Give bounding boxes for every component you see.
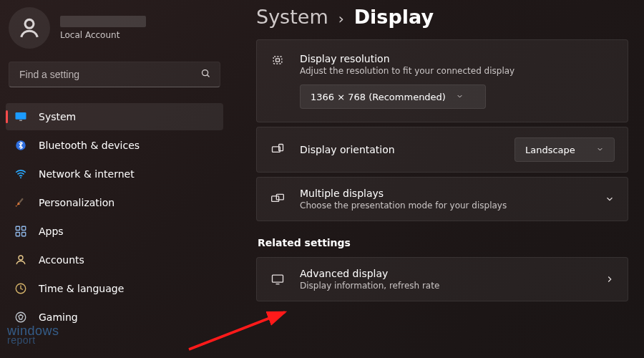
bluetooth-icon bbox=[14, 139, 27, 152]
breadcrumb: System › Display bbox=[256, 6, 628, 28]
sidebar-item-label: Network & internet bbox=[39, 168, 135, 180]
svg-rect-10 bbox=[16, 233, 19, 236]
dropdown-value: 1366 × 768 (Recommended) bbox=[311, 92, 446, 102]
card-subtitle: Choose the presentation mode for your di… bbox=[300, 200, 590, 211]
card-display-orientation: Display orientation Landscape bbox=[256, 127, 628, 173]
svg-line-2 bbox=[208, 75, 210, 77]
resolution-icon bbox=[270, 53, 286, 67]
search-input[interactable] bbox=[18, 68, 195, 81]
svg-point-1 bbox=[203, 70, 208, 76]
gaming-icon bbox=[14, 311, 27, 324]
main-content: System › Display Display resolution Adju… bbox=[229, 0, 644, 358]
orientation-icon bbox=[270, 142, 286, 157]
card-title: Advanced display bbox=[300, 268, 590, 279]
sidebar-item-label: Personalization bbox=[39, 197, 114, 208]
system-icon bbox=[14, 110, 27, 123]
resolution-dropdown[interactable]: 1366 × 768 (Recommended) bbox=[300, 84, 486, 109]
svg-rect-15 bbox=[273, 57, 282, 64]
sidebar-item-label: Accounts bbox=[39, 254, 84, 266]
personalization-icon bbox=[14, 196, 27, 209]
svg-point-6 bbox=[20, 177, 21, 178]
svg-rect-11 bbox=[22, 233, 26, 236]
sidebar-item-system[interactable]: System bbox=[6, 103, 223, 130]
chevron-right-icon bbox=[605, 274, 615, 284]
breadcrumb-parent[interactable]: System bbox=[256, 6, 328, 28]
svg-rect-7 bbox=[19, 198, 24, 203]
wifi-icon bbox=[14, 168, 27, 180]
svg-point-14 bbox=[16, 312, 26, 322]
multiple-displays-icon bbox=[270, 192, 286, 206]
watermark: windows report bbox=[7, 326, 59, 345]
profile-subtitle: Local Account bbox=[60, 30, 146, 40]
breadcrumb-current: Display bbox=[354, 6, 434, 28]
card-multiple-displays[interactable]: Multiple displays Choose the presentatio… bbox=[256, 177, 628, 221]
sidebar-nav: System Bluetooth & devices Network & int… bbox=[6, 103, 223, 331]
card-display-resolution: Display resolution Adjust the resolution… bbox=[256, 39, 628, 122]
svg-rect-16 bbox=[276, 59, 280, 62]
watermark-line2: report bbox=[7, 337, 59, 345]
sidebar-item-label: Apps bbox=[39, 226, 64, 237]
sidebar-item-personalization[interactable]: Personalization bbox=[6, 189, 223, 216]
svg-rect-8 bbox=[16, 226, 19, 230]
card-title: Multiple displays bbox=[300, 188, 590, 199]
sidebar-item-label: System bbox=[39, 111, 76, 122]
section-header-related: Related settings bbox=[258, 237, 628, 248]
sidebar-item-label: Bluetooth & devices bbox=[39, 140, 140, 151]
advanced-display-icon bbox=[270, 272, 286, 286]
svg-rect-20 bbox=[276, 194, 283, 200]
search-box[interactable] bbox=[9, 62, 220, 87]
sidebar-item-bluetooth[interactable]: Bluetooth & devices bbox=[6, 132, 223, 159]
accounts-icon bbox=[14, 253, 27, 266]
svg-rect-18 bbox=[279, 145, 283, 151]
chevron-down-icon bbox=[456, 92, 464, 102]
avatar bbox=[9, 7, 50, 49]
svg-rect-19 bbox=[272, 196, 279, 202]
chevron-down-icon bbox=[596, 145, 604, 155]
chevron-down-icon bbox=[605, 194, 615, 204]
svg-rect-9 bbox=[22, 226, 26, 230]
card-title: Display resolution bbox=[300, 53, 615, 64]
svg-point-0 bbox=[25, 19, 34, 28]
time-language-icon bbox=[14, 282, 27, 295]
sidebar-item-label: Time & language bbox=[39, 283, 124, 294]
dropdown-value: Landscape bbox=[525, 145, 575, 155]
search-icon bbox=[200, 68, 211, 81]
sidebar-item-network[interactable]: Network & internet bbox=[6, 160, 223, 188]
card-advanced-display[interactable]: Advanced display Display information, re… bbox=[256, 257, 628, 301]
orientation-dropdown[interactable]: Landscape bbox=[514, 137, 615, 162]
sidebar-item-time-language[interactable]: Time & language bbox=[6, 275, 223, 302]
svg-rect-21 bbox=[273, 275, 283, 282]
profile-name-redacted bbox=[60, 16, 146, 27]
sidebar-item-apps[interactable]: Apps bbox=[6, 218, 223, 245]
card-title: Display orientation bbox=[300, 144, 500, 155]
apps-icon bbox=[14, 225, 27, 238]
sidebar-item-accounts[interactable]: Accounts bbox=[6, 246, 223, 274]
card-subtitle: Display information, refresh rate bbox=[300, 281, 590, 291]
profile-block[interactable]: Local Account bbox=[6, 7, 223, 62]
svg-point-12 bbox=[19, 256, 23, 260]
card-subtitle: Adjust the resolution to fit your connec… bbox=[300, 66, 615, 76]
sidebar: Local Account System Bluetooth & devices… bbox=[0, 0, 229, 358]
person-icon bbox=[17, 16, 42, 40]
svg-rect-4 bbox=[19, 120, 22, 122]
breadcrumb-separator: › bbox=[338, 10, 344, 27]
svg-rect-3 bbox=[16, 112, 26, 120]
profile-text: Local Account bbox=[60, 16, 146, 40]
sidebar-item-label: Gaming bbox=[39, 311, 78, 323]
